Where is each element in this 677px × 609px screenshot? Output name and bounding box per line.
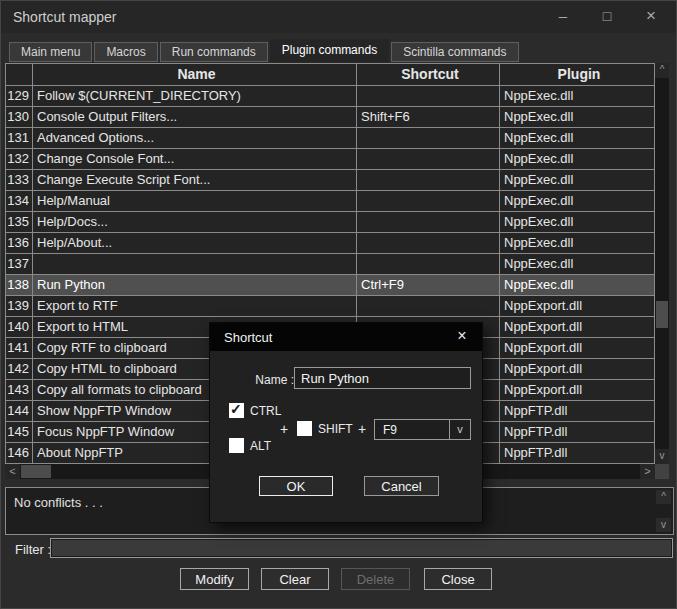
cell-name: Follow $(CURRENT_DIRECTORY) xyxy=(33,86,357,107)
header-shortcut[interactable]: Shortcut xyxy=(357,64,500,86)
table-row[interactable]: 139Export to RTFNppExport.dll xyxy=(6,296,655,317)
ctrl-checkbox[interactable] xyxy=(229,403,244,418)
conflicts-scroll-down-icon[interactable]: v xyxy=(656,518,671,532)
modify-button[interactable]: Modify xyxy=(180,568,249,590)
cell-name: Help/About... xyxy=(33,233,357,254)
vertical-scrollbar[interactable]: ^ v xyxy=(655,63,669,464)
tab-main-menu[interactable]: Main menu xyxy=(9,42,92,62)
filter-input[interactable] xyxy=(50,538,673,558)
dialog-title-bar: Shortcut × xyxy=(210,323,482,351)
close-icon[interactable]: × xyxy=(634,1,668,33)
cell-name: Run Python xyxy=(33,275,357,296)
cell-plugin: NppExec.dll xyxy=(500,107,655,128)
close-button[interactable]: Close xyxy=(424,568,492,590)
key-dropdown[interactable]: F9 v xyxy=(374,419,471,440)
cell-num: 137 xyxy=(6,254,33,275)
scroll-down-icon[interactable]: v xyxy=(655,449,669,464)
tab-plugin-commands[interactable]: Plugin commands xyxy=(270,39,389,62)
cell-shortcut xyxy=(357,212,500,233)
cell-num: 145 xyxy=(6,422,33,443)
scroll-up-icon[interactable]: ^ xyxy=(655,63,669,78)
conflicts-text: No conflicts . . . xyxy=(14,495,103,510)
shortcut-dialog: Shortcut × Name : CTRL + SHIFT + F9 v AL… xyxy=(210,323,482,522)
cell-plugin: NppExport.dll xyxy=(500,296,655,317)
cell-shortcut xyxy=(357,254,500,275)
cell-plugin: NppExec.dll xyxy=(500,149,655,170)
table-header: Name Shortcut Plugin xyxy=(6,64,655,86)
cell-num: 138 xyxy=(6,275,33,296)
table-row[interactable]: 137NppExec.dll xyxy=(6,254,655,275)
cancel-button[interactable]: Cancel xyxy=(364,476,439,496)
dialog-body: Name : CTRL + SHIFT + F9 v ALT OK Cancel xyxy=(210,351,482,522)
cell-plugin: NppExec.dll xyxy=(500,233,655,254)
name-field[interactable] xyxy=(294,367,471,389)
filter-label: Filter : xyxy=(15,542,51,557)
table-row[interactable]: 133Change Execute Script Font...NppExec.… xyxy=(6,170,655,191)
key-value: F9 xyxy=(383,423,397,437)
cell-shortcut xyxy=(357,128,500,149)
conflicts-scroll-up-icon[interactable]: ^ xyxy=(656,490,671,504)
delete-button[interactable]: Delete xyxy=(341,568,410,590)
cell-name xyxy=(33,254,357,275)
tab-scintilla-commands[interactable]: Scintilla commands xyxy=(391,42,518,62)
cell-shortcut xyxy=(357,86,500,107)
cell-plugin: NppExec.dll xyxy=(500,254,655,275)
chevron-down-icon[interactable]: v xyxy=(449,420,470,439)
header-name[interactable]: Name xyxy=(33,64,357,86)
cell-num: 135 xyxy=(6,212,33,233)
table-row[interactable]: 135Help/Docs...NppExec.dll xyxy=(6,212,655,233)
alt-checkbox[interactable] xyxy=(229,438,244,453)
cell-plugin: NppExec.dll xyxy=(500,86,655,107)
alt-label: ALT xyxy=(250,439,271,453)
maximize-icon[interactable]: □ xyxy=(590,1,624,33)
table-row[interactable]: 129Follow $(CURRENT_DIRECTORY)NppExec.dl… xyxy=(6,86,655,107)
scroll-right-icon[interactable]: > xyxy=(640,464,655,479)
cell-plugin: NppExec.dll xyxy=(500,191,655,212)
table-row[interactable]: 132Change Console Font...NppExec.dll xyxy=(6,149,655,170)
cell-plugin: NppExec.dll xyxy=(500,170,655,191)
table-row[interactable]: 131Advanced Options...NppExec.dll xyxy=(6,128,655,149)
table-row[interactable]: 130Console Output Filters...Shift+F6NppE… xyxy=(6,107,655,128)
cell-shortcut: Ctrl+F9 xyxy=(357,275,500,296)
dialog-title: Shortcut xyxy=(224,330,272,345)
name-label: Name : xyxy=(246,373,294,387)
cell-num: 134 xyxy=(6,191,33,212)
cell-name: Advanced Options... xyxy=(33,128,357,149)
cell-num: 129 xyxy=(6,86,33,107)
cell-num: 141 xyxy=(6,338,33,359)
cell-shortcut: Shift+F6 xyxy=(357,107,500,128)
cell-name: Help/Docs... xyxy=(33,212,357,233)
dialog-close-icon[interactable]: × xyxy=(448,323,476,351)
cell-shortcut xyxy=(357,296,500,317)
cell-num: 132 xyxy=(6,149,33,170)
cell-shortcut xyxy=(357,170,500,191)
tab-bar: Main menuMacrosRun commandsPlugin comman… xyxy=(9,39,521,62)
cell-num: 133 xyxy=(6,170,33,191)
window-title: Shortcut mapper xyxy=(13,9,117,25)
cell-plugin: NppExport.dll xyxy=(500,380,655,401)
scrollbar-corner xyxy=(655,464,669,479)
cell-name: Change Execute Script Font... xyxy=(33,170,357,191)
shift-checkbox[interactable] xyxy=(297,421,312,436)
shortcut-mapper-window: Shortcut mapper – □ × Main menuMacrosRun… xyxy=(0,0,677,609)
cell-name: Help/Manual xyxy=(33,191,357,212)
tab-run-commands[interactable]: Run commands xyxy=(160,42,268,62)
cell-name: Export to RTF xyxy=(33,296,357,317)
table-row[interactable]: 136Help/About...NppExec.dll xyxy=(6,233,655,254)
vertical-scroll-thumb[interactable] xyxy=(656,301,668,328)
table-row[interactable]: 134Help/ManualNppExec.dll xyxy=(6,191,655,212)
clear-button[interactable]: Clear xyxy=(261,568,329,590)
cell-num: 139 xyxy=(6,296,33,317)
cell-shortcut xyxy=(357,149,500,170)
minimize-icon[interactable]: – xyxy=(546,1,580,33)
horizontal-scroll-thumb[interactable] xyxy=(21,465,51,478)
tab-macros[interactable]: Macros xyxy=(94,42,157,62)
scroll-left-icon[interactable]: < xyxy=(5,464,20,479)
table-row[interactable]: 138Run PythonCtrl+F9NppExec.dll xyxy=(6,275,655,296)
ok-button[interactable]: OK xyxy=(259,476,333,496)
cell-plugin: NppExec.dll xyxy=(500,275,655,296)
cell-shortcut xyxy=(357,233,500,254)
header-plugin[interactable]: Plugin xyxy=(500,64,655,86)
cell-num: 131 xyxy=(6,128,33,149)
cell-name: Console Output Filters... xyxy=(33,107,357,128)
